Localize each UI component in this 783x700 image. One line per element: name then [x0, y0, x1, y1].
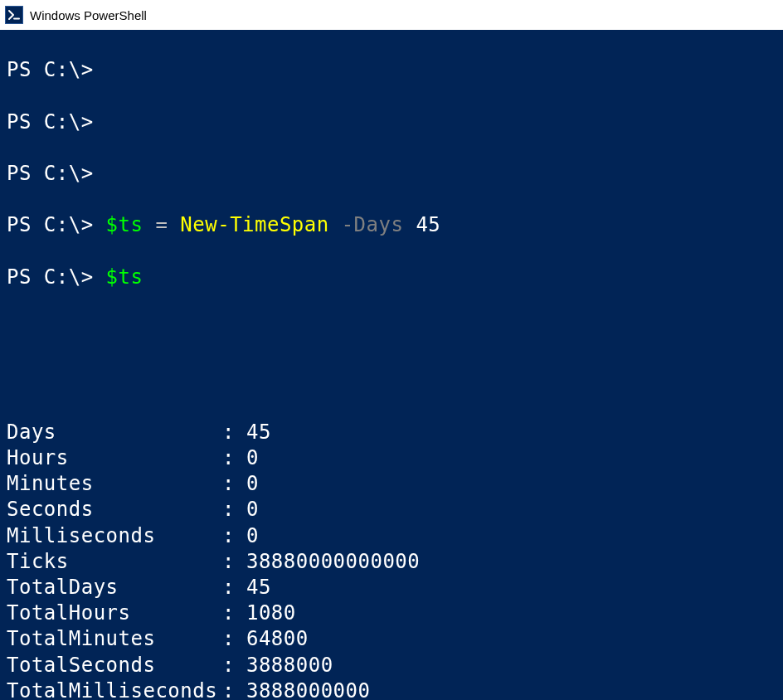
property-value: 45 — [246, 576, 271, 599]
property-separator: : — [222, 653, 246, 678]
property-row: TotalMinutes: 64800 — [7, 626, 776, 652]
property-name: TotalHours — [7, 600, 222, 626]
property-name: Ticks — [7, 549, 222, 575]
property-name: TotalDays — [7, 575, 222, 600]
prompt: PS C:\> — [7, 213, 94, 236]
property-separator: : — [222, 575, 246, 600]
property-value: 45 — [246, 420, 271, 444]
property-row: TotalMilliseconds: 3888000000 — [7, 678, 776, 700]
title-bar[interactable]: Windows PowerShell — [0, 0, 783, 30]
property-name: Days — [7, 420, 222, 445]
variable-token: $ts — [106, 265, 143, 289]
property-separator: : — [222, 420, 246, 445]
property-separator: : — [222, 600, 246, 626]
property-value: 3888000000 — [246, 679, 371, 700]
property-name: TotalMilliseconds — [7, 678, 222, 700]
property-row: TotalSeconds: 3888000 — [7, 653, 776, 678]
property-value: 0 — [246, 498, 259, 521]
property-row: Minutes: 0 — [7, 471, 776, 497]
property-separator: : — [222, 471, 246, 497]
terminal-area[interactable]: PS C:\> PS C:\> PS C:\> PS C:\> $ts = Ne… — [0, 30, 783, 700]
prompt: PS C:\> — [7, 265, 94, 289]
property-separator: : — [222, 549, 246, 575]
property-row: Ticks: 38880000000000 — [7, 549, 776, 575]
window-title: Windows PowerShell — [30, 8, 147, 22]
variable-token: $ts — [106, 213, 143, 236]
property-row: TotalHours: 1080 — [7, 600, 776, 626]
powershell-icon — [5, 6, 23, 24]
property-row: Days: 45 — [7, 420, 776, 445]
property-name: TotalMinutes — [7, 626, 222, 652]
property-value: 3888000 — [246, 654, 333, 677]
property-value: 64800 — [246, 627, 309, 650]
property-separator: : — [222, 445, 246, 471]
property-name: Seconds — [7, 497, 222, 523]
parameter-token: -Days — [342, 213, 404, 236]
property-value: 1080 — [246, 601, 296, 625]
prompt: PS C:\> — [7, 162, 94, 185]
property-row: Hours: 0 — [7, 445, 776, 471]
cmdlet-token: New-TimeSpan — [180, 213, 328, 236]
equals-token: = — [155, 213, 168, 236]
property-row: Seconds: 0 — [7, 497, 776, 523]
property-separator: : — [222, 497, 246, 523]
property-row: TotalDays: 45 — [7, 575, 776, 600]
property-name: TotalSeconds — [7, 653, 222, 678]
property-name: Minutes — [7, 471, 222, 497]
property-name: Milliseconds — [7, 523, 222, 549]
value-token: 45 — [416, 213, 440, 236]
property-value: 0 — [246, 472, 259, 495]
property-separator: : — [222, 523, 246, 549]
prompt: PS C:\> — [7, 110, 94, 134]
property-value: 0 — [246, 446, 259, 469]
property-name: Hours — [7, 445, 222, 471]
property-separator: : — [222, 626, 246, 652]
property-list: Days: 45Hours: 0Minutes: 0Seconds: 0Mill… — [7, 420, 776, 700]
prompt: PS C:\> — [7, 58, 94, 81]
property-separator: : — [222, 678, 246, 700]
property-row: Milliseconds: 0 — [7, 523, 776, 549]
property-value: 0 — [246, 524, 259, 547]
property-value: 38880000000000 — [246, 550, 420, 573]
